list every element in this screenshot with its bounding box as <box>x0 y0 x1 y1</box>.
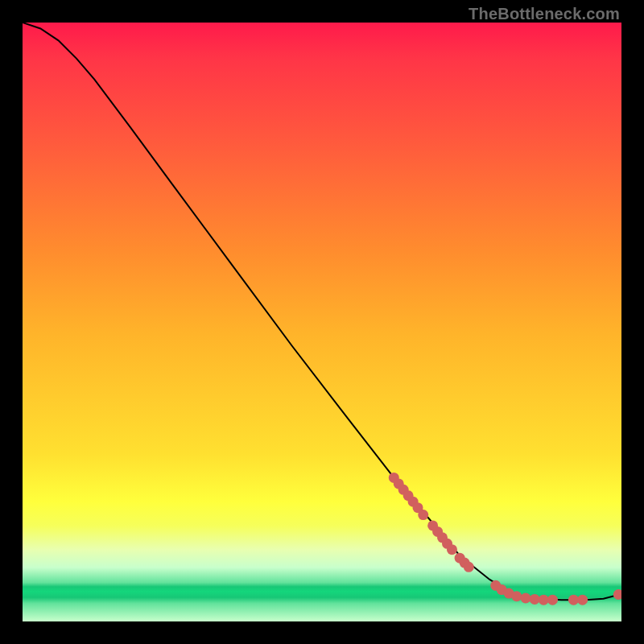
data-dots <box>389 473 621 605</box>
data-dot <box>547 595 558 605</box>
data-dot <box>530 594 540 605</box>
data-dot <box>520 592 530 603</box>
chart-frame: TheBottleneck.com <box>0 0 644 644</box>
data-dot <box>418 510 428 520</box>
plot-area <box>23 23 621 621</box>
data-dot <box>539 595 549 605</box>
data-dot <box>511 591 522 601</box>
bottleneck-curve <box>23 23 621 600</box>
data-dot <box>568 595 579 605</box>
data-dot <box>447 544 457 555</box>
data-dot <box>577 595 588 605</box>
chart-svg <box>23 23 621 621</box>
watermark-label: TheBottleneck.com <box>469 5 620 23</box>
data-dot <box>613 589 621 600</box>
data-dot <box>464 562 474 572</box>
